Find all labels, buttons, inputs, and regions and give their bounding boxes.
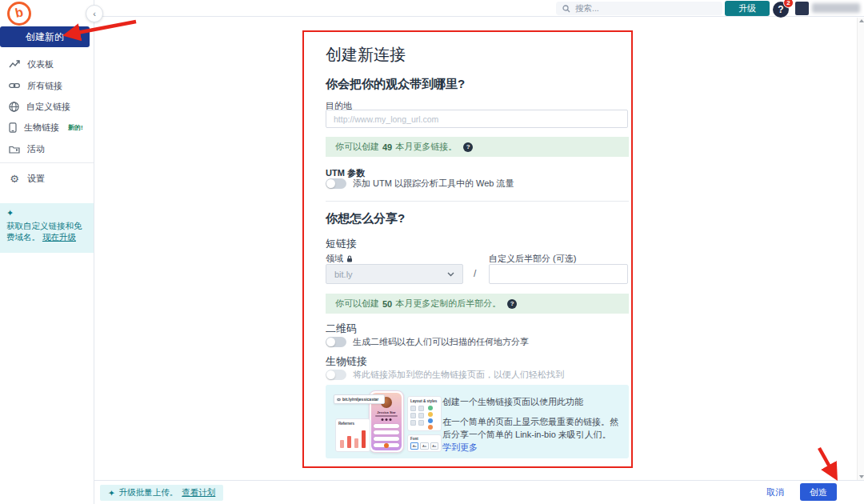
sidebar-item-label: 所有链接 [27, 80, 62, 92]
toggle-knob [326, 179, 335, 188]
scroll-up-arrow[interactable] [859, 19, 864, 22]
vertical-scrollbar[interactable] [857, 18, 864, 480]
search-placeholder: 搜索... [575, 3, 599, 14]
domain-label: 领域 [326, 253, 353, 265]
bitly-create-link-page: 搜索... 升级 ? 2 b 创建新的 仪表板 所有链接 自定义链接 生物链接 … [0, 0, 864, 504]
bio-toggle[interactable] [326, 370, 346, 380]
font-card: Font Aa Aa Aa [407, 434, 442, 452]
short-url-pill: bit.ly/rnljessicastar [334, 394, 385, 404]
slash-separator: / [474, 268, 476, 279]
social-icons [382, 418, 392, 421]
bio-toggle-text: 将此链接添加到您的生物链接页面，以便人们轻松找到 [353, 369, 564, 381]
cancel-button[interactable]: 取消 [766, 486, 784, 498]
footer-divider [94, 480, 864, 481]
sidebar-item-all-links[interactable]: 所有链接 [0, 75, 94, 96]
sidebar-item-label: 自定义链接 [26, 101, 70, 113]
back-half-quota-count: 50 [382, 299, 392, 309]
links-quota-count: 49 [382, 142, 392, 152]
section-divider [326, 201, 629, 202]
gear-icon: ⚙ [9, 173, 20, 185]
mini-bar-chart [340, 430, 366, 448]
links-quota-banner: 你可以创建 49 本月更多链接。 ? [326, 137, 629, 157]
learn-more-link[interactable]: 学到更多 [442, 442, 478, 452]
bio-link-promo-box: Jessica Star bit.ly/rnljessicastar Refer… [326, 385, 629, 458]
link-pill [374, 430, 399, 434]
domain-select-value: bit.ly [334, 270, 353, 279]
sidebar-item-label: 生物链接 [24, 122, 59, 134]
qr-toggle-text: 生成二维码以在人们可以扫描的任何地方分享 [353, 336, 529, 348]
search-icon [562, 5, 570, 13]
sidebar-item-bio-link[interactable]: 生物链接 新的! [0, 117, 94, 138]
custom-back-half-label: 自定义后半部分 (可选) [489, 253, 576, 265]
new-badge: 新的! [68, 123, 83, 132]
toggle-knob [326, 338, 335, 346]
info-icon[interactable]: ? [507, 299, 517, 309]
referrers-chart-card: Referrers [335, 418, 370, 452]
qr-toggle[interactable] [326, 337, 346, 347]
utm-toggle-row: 添加 UTM 以跟踪分析工具中的 Web 流量 [326, 178, 514, 190]
sparkle-icon: ✦ [6, 208, 87, 218]
bulk-upload-banner: ✦ 升级批量上传。 查看计划 [100, 485, 223, 501]
back-half-quota-banner: 你可以创建 50 本月更多定制的后半部分。 ? [326, 294, 629, 314]
profile-name: Jessica Star [377, 410, 395, 414]
upgrade-button[interactable]: 升级 [725, 1, 770, 16]
destination-input[interactable] [326, 110, 628, 128]
globe-icon [9, 102, 19, 112]
sidebar-item-settings[interactable]: ⚙ 设置 [0, 168, 94, 189]
utm-toggle[interactable] [326, 178, 346, 189]
short-link-label: 短链接 [326, 237, 357, 251]
custom-back-half-input[interactable] [489, 264, 628, 284]
sparkle-icon: ✦ [108, 488, 115, 498]
layout-styles-card: Layout & styles [407, 396, 442, 431]
folder-icon [9, 145, 20, 154]
view-plans-link[interactable]: 查看计划 [182, 487, 215, 498]
scroll-down-arrow[interactable] [859, 475, 864, 478]
upgrade-now-link[interactable]: 现在升级 [42, 232, 76, 242]
promo-title: 创建一个生物链接页面以使用此功能 [442, 396, 620, 408]
sidebar-divider [0, 162, 94, 163]
bulk-upload-text: 升级批量上传。 [119, 487, 178, 498]
collapse-sidebar-button[interactable]: ‹ [86, 5, 103, 22]
link-pill [374, 424, 399, 428]
qr-code-label: 二维码 [326, 322, 357, 336]
chevron-down-icon [447, 272, 454, 277]
promo-body-text: 在一个简单的页面上显示您最重要的链接。然后分享一个简单的 Link-in-bio… [442, 417, 618, 439]
lock-icon [346, 255, 353, 262]
sidebar-item-dashboard[interactable]: 仪表板 [0, 54, 94, 74]
create-new-button[interactable]: 创建新的 [0, 26, 90, 47]
link-icon [9, 82, 20, 90]
bitly-logo-icon[interactable]: b [7, 2, 31, 26]
bio-link-label: 生物链接 [326, 354, 367, 369]
sidebar-item-label: 设置 [27, 173, 45, 185]
sidebar-item-label: 仪表板 [27, 58, 54, 70]
trend-chart-icon [9, 59, 20, 69]
search-input[interactable]: 搜索... [556, 2, 722, 15]
create-button[interactable]: 创造 [800, 483, 837, 501]
share-heading: 你想怎么分享? [326, 211, 405, 226]
toggle-knob [326, 370, 335, 379]
bio-link-illustration: Jessica Star bit.ly/rnljessicastar Refer… [334, 390, 442, 454]
link-icon [337, 398, 341, 402]
sidebar-item-label: 活动 [27, 143, 45, 155]
destination-heading: 你会把你的观众带到哪里? [326, 77, 465, 92]
domain-select[interactable]: bit.ly [326, 264, 463, 284]
page-title: 创建新连接 [326, 44, 406, 66]
info-icon[interactable]: ? [463, 142, 473, 152]
avatar[interactable] [795, 2, 809, 15]
link-pill [374, 437, 399, 441]
bio-toggle-row: 将此链接添加到您的生物链接页面，以便人们轻松找到 [326, 369, 564, 381]
phone-icon [9, 122, 17, 133]
sidebar-item-campaigns[interactable]: 活动 [0, 138, 94, 159]
sidebar-upgrade-box: ✦ 获取自定义链接和免费域名。 现在升级 [0, 203, 94, 253]
user-name-redacted [812, 3, 860, 13]
qr-toggle-row: 生成二维码以在人们可以扫描的任何地方分享 [326, 336, 529, 348]
sidebar-item-custom-links[interactable]: 自定义链接 [0, 96, 94, 117]
color-dots [428, 406, 433, 430]
utm-toggle-text: 添加 UTM 以跟踪分析工具中的 Web 流量 [353, 178, 514, 190]
